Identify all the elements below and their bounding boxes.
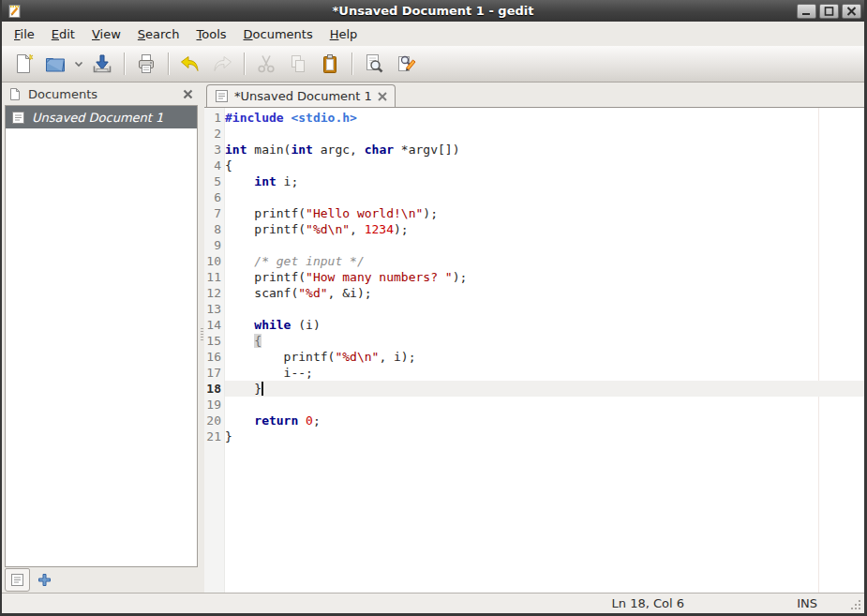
code-text: printf("How many numbers? "); <box>225 269 864 285</box>
toolbar-find-button[interactable] <box>358 49 390 79</box>
code-line: 19 <box>204 397 864 413</box>
menubar: FileEditViewSearchToolsDocumentsHelp <box>2 22 864 46</box>
add-panel-tab[interactable] <box>32 568 57 592</box>
text-cursor <box>262 382 263 396</box>
code-text: while (i) <box>225 317 864 333</box>
line-number: 12 <box>204 285 225 301</box>
toolbar-paste-button[interactable] <box>314 49 346 79</box>
toolbar-separator <box>168 53 169 75</box>
line-number: 18 <box>204 381 225 397</box>
toolbar-copy-button <box>282 49 314 79</box>
line-number: 1 <box>204 110 225 126</box>
redo-icon <box>211 53 233 75</box>
side-panel: Documents Unsaved Document 1 <box>2 83 200 593</box>
code-text: i--; <box>225 365 864 381</box>
documents-panel-tab[interactable] <box>5 568 30 592</box>
code-line: 17 i--; <box>204 365 864 381</box>
side-panel-close-icon[interactable] <box>183 89 193 99</box>
toolbar-replace-button[interactable] <box>390 49 422 79</box>
code-text: } <box>225 381 864 397</box>
cut-icon <box>255 53 277 75</box>
code-lines: 1#include <stdio.h>23int main(int argc, … <box>204 108 864 444</box>
code-line: 9 <box>204 237 864 253</box>
cursor-position: Ln 18, Col 6 <box>612 596 684 610</box>
line-number: 11 <box>204 269 225 285</box>
line-number: 19 <box>204 397 225 413</box>
code-text <box>225 237 864 253</box>
code-text: printf("%d\n", 1234); <box>225 221 864 237</box>
code-text: int main(int argc, char *argv[]) <box>225 142 864 158</box>
maximize-button[interactable] <box>819 4 839 19</box>
code-text: #include <stdio.h> <box>225 110 864 126</box>
editor: *Unsaved Document 1 1#include <stdio.h>2… <box>204 83 864 593</box>
code-line: 6 <box>204 189 864 205</box>
menu-help[interactable]: Help <box>321 24 366 44</box>
line-number: 6 <box>204 189 225 205</box>
menu-documents[interactable]: Documents <box>235 24 321 44</box>
menu-search[interactable]: Search <box>129 24 188 44</box>
line-number: 14 <box>204 317 225 333</box>
side-panel-title: Documents <box>28 87 176 101</box>
line-number: 10 <box>204 253 225 269</box>
code-text: int i; <box>225 173 864 189</box>
code-line: 12 scanf("%d", &i); <box>204 285 864 301</box>
menu-file[interactable]: File <box>6 24 43 44</box>
code-line: 20 return 0; <box>204 413 864 428</box>
code-text: return 0; <box>225 413 864 428</box>
code-line: 15 { <box>204 333 864 349</box>
window-title: *Unsaved Document 1 - gedit <box>2 4 864 18</box>
toolbar-save-button[interactable] <box>86 49 118 79</box>
code-text: } <box>225 428 864 444</box>
code-line: 2 <box>204 126 864 142</box>
close-button[interactable] <box>842 4 861 19</box>
tab-bar: *Unsaved Document 1 <box>204 83 864 107</box>
code-line: 21} <box>204 428 864 444</box>
find-icon <box>363 53 385 75</box>
toolbar-open-button[interactable] <box>39 49 71 79</box>
toolbar-separator <box>124 53 125 75</box>
gedit-window: *Unsaved Document 1 - gedit FileEditView… <box>0 0 867 616</box>
code-text: printf("%d\n", i); <box>225 349 864 365</box>
toolbar-print-button[interactable] <box>130 49 162 79</box>
code-area[interactable]: 1#include <stdio.h>23int main(int argc, … <box>204 107 864 593</box>
code-text <box>225 301 864 317</box>
code-line: 8 printf("%d\n", 1234); <box>204 221 864 237</box>
find-replace-icon <box>395 53 417 75</box>
document-tab[interactable]: *Unsaved Document 1 <box>206 84 396 107</box>
menu-edit[interactable]: Edit <box>43 24 83 44</box>
code-text: { <box>225 333 864 349</box>
resize-grip[interactable] <box>850 599 862 611</box>
tab-close-icon[interactable] <box>378 92 387 101</box>
document-icon <box>10 573 24 587</box>
code-line: 18 } <box>204 381 864 397</box>
line-number: 2 <box>204 126 225 142</box>
document-list-item[interactable]: Unsaved Document 1 <box>6 106 197 128</box>
menu-tools[interactable]: Tools <box>188 24 235 44</box>
minimize-button[interactable] <box>797 4 816 19</box>
toolbar-undo-button[interactable] <box>174 49 206 79</box>
line-number: 9 <box>204 237 225 253</box>
line-number: 15 <box>204 333 225 349</box>
insert-mode-indicator: INS <box>797 596 817 610</box>
toolbar-redo-button <box>206 49 238 79</box>
toolbar-separator <box>351 53 352 75</box>
statusbar: Ln 18, Col 6 INS <box>2 593 864 613</box>
toolbar-new-button[interactable] <box>7 49 39 79</box>
print-icon <box>135 53 157 75</box>
code-line: 1#include <stdio.h> <box>204 110 864 126</box>
code-line: 10 /* get input */ <box>204 253 864 269</box>
menu-view[interactable]: View <box>83 24 129 44</box>
document-list-item-label: Unsaved Document 1 <box>32 111 163 125</box>
document-icon <box>8 87 22 101</box>
tab-label: *Unsaved Document 1 <box>234 89 372 103</box>
line-number: 3 <box>204 142 225 158</box>
code-text: /* get input */ <box>225 253 864 269</box>
document-icon <box>215 89 229 103</box>
code-line: 5 int i; <box>204 173 864 189</box>
document-icon <box>11 111 25 125</box>
side-panel-header: Documents <box>2 83 200 105</box>
chevron-down-icon <box>74 61 83 68</box>
line-number: 4 <box>204 158 225 173</box>
toolbar-open-recent-button[interactable] <box>71 49 86 79</box>
line-number: 20 <box>204 413 225 428</box>
